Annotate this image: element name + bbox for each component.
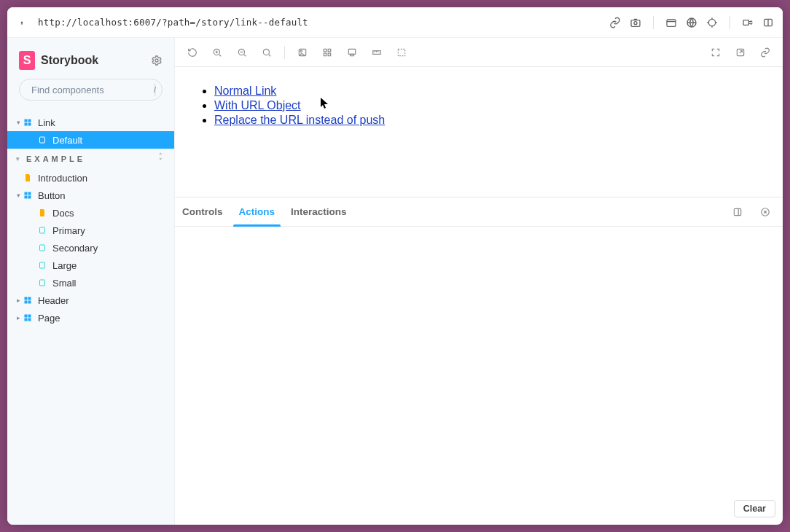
open-new-tab-icon[interactable] [730,42,751,63]
tree-story-button-primary[interactable]: Primary [7,222,174,239]
tab-actions[interactable]: Actions [239,197,275,226]
separator [284,46,285,59]
gear-icon[interactable] [151,55,163,66]
list-item: Normal Link [214,85,764,98]
chevron-down-icon: ▾ [15,192,22,199]
tab-controls[interactable]: Controls [182,197,223,226]
tree-component-page[interactable]: ▸ Page [7,309,174,326]
story-icon [38,136,48,144]
preview-canvas: Normal Link With URL Object Replace the … [175,67,783,197]
brand-name: Storybook [41,54,98,67]
list-item: With URL Object [214,99,764,112]
viewport-icon[interactable] [342,42,362,63]
tree-component-button[interactable]: ▾ Button [7,187,174,204]
svg-rect-16 [28,192,31,195]
svg-rect-38 [324,53,326,56]
zoom-out-icon[interactable] [232,42,252,63]
panel-position-icon[interactable] [727,202,748,222]
separator [653,16,654,29]
fullscreen-icon[interactable] [705,42,726,63]
search-field[interactable] [27,85,154,95]
story-icon [38,226,48,235]
svg-rect-45 [734,208,740,215]
grid-icon[interactable] [317,42,337,63]
tree-component-link[interactable]: ▾ Link [7,114,174,131]
clear-button[interactable]: Clear [734,500,775,517]
svg-rect-24 [28,297,31,300]
svg-rect-26 [28,301,31,304]
svg-point-8 [155,59,158,62]
folder-icon[interactable] [665,17,677,28]
tree-label: Link [38,117,55,128]
svg-rect-23 [25,297,28,300]
tree-label: Docs [52,208,74,219]
svg-point-33 [263,49,269,55]
addons-body: Clear [175,227,783,525]
chevron-down-icon: ▾ [15,119,22,126]
measure-icon[interactable] [367,42,387,63]
svg-point-5 [708,19,715,26]
storybook-logo-icon: S [19,51,35,70]
addons-tabs: Controls Actions Interactions [175,197,783,227]
search-input[interactable]: / [19,79,163,101]
panel-icon[interactable] [762,17,774,28]
tree-label: Header [38,295,69,306]
tree-story-link-default[interactable]: Default [7,131,174,149]
tree-story-button-small[interactable]: Small [7,274,174,292]
copy-link-icon[interactable] [755,42,775,63]
svg-rect-22 [40,280,45,286]
chevron-down-icon: ▾ [16,155,23,163]
story-icon [38,261,48,270]
sort-icon[interactable]: ˄˅ [159,154,165,164]
tree-label: Introduction [38,173,87,184]
tab-interactions[interactable]: Interactions [291,197,347,226]
tree-story-button-secondary[interactable]: Secondary [7,239,174,257]
address-bar[interactable]: http://localhost:6007/?path=/story/link-… [38,17,599,28]
remount-icon[interactable] [182,42,203,63]
close-panel-icon[interactable] [755,202,775,222]
tree-label: Page [38,313,60,324]
svg-rect-43 [398,49,404,55]
svg-rect-39 [328,53,331,56]
doc-icon [38,208,48,217]
link-list: Normal Link With URL Object Replace the … [194,85,764,127]
svg-rect-36 [324,49,326,52]
component-icon [23,313,34,322]
svg-rect-11 [28,120,31,122]
tree-label: Button [38,190,66,201]
info-icon[interactable] [16,17,28,28]
zoom-reset-icon[interactable] [257,42,277,63]
separator [730,16,730,29]
tree-story-button-large[interactable]: Large [7,257,174,274]
sidebar: S Storybook / ▾ Link [7,38,175,525]
component-icon [23,191,34,200]
zoom-in-icon[interactable] [207,42,227,63]
svg-rect-6 [743,20,748,25]
link-icon[interactable] [609,17,621,28]
background-icon[interactable] [292,42,313,63]
svg-rect-29 [25,318,28,321]
link-normal[interactable]: Normal Link [214,85,276,97]
globe-icon[interactable] [686,17,697,28]
outline-icon[interactable] [391,42,412,63]
svg-rect-25 [25,301,28,304]
svg-rect-15 [25,192,28,195]
target-icon[interactable] [706,17,718,28]
devtools-icon[interactable] [742,17,754,28]
link-replace[interactable]: Replace the URL instead of push [214,114,385,126]
story-icon [38,243,48,252]
svg-point-35 [300,50,302,52]
camera-icon[interactable] [630,17,641,28]
svg-rect-20 [40,245,45,251]
tree-component-header[interactable]: ▸ Header [7,292,174,309]
tree-label: Large [52,260,77,271]
svg-rect-1 [631,20,640,26]
tree-doc-introduction[interactable]: Introduction [7,169,174,187]
svg-rect-17 [25,196,28,199]
link-url-object[interactable]: With URL Object [214,99,301,112]
tree-doc-button-docs[interactable]: Docs [7,204,174,222]
list-item: Replace the URL instead of push [214,114,764,127]
tree-group-example[interactable]: ▾ EXAMPLE ˄˅ [7,149,174,169]
tree-label: Primary [52,225,85,236]
chevron-right-icon: ▸ [15,314,22,321]
